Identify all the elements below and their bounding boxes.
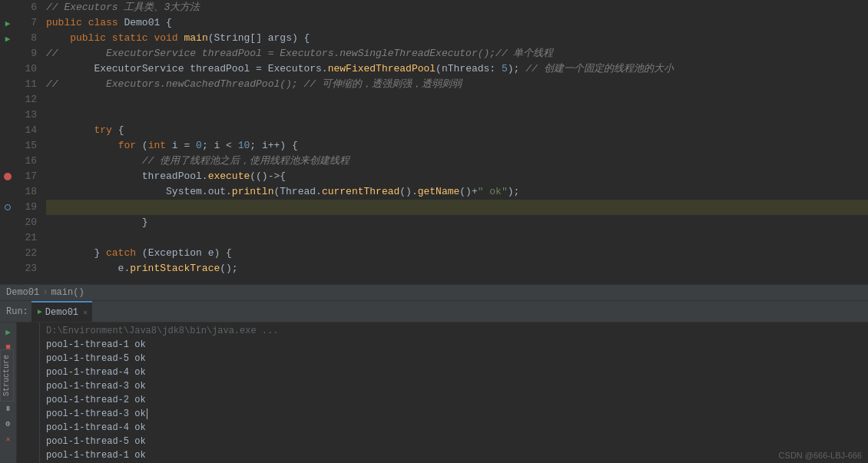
code-line-14: try { — [46, 123, 868, 138]
line-num-18: 18 — [18, 184, 37, 200]
code-line-17: threadPool.execute(()->{ — [46, 169, 868, 184]
breadcrumb-item-1[interactable]: main() — [51, 287, 84, 298]
line-num-10: 10 — [18, 61, 37, 77]
gutter-cell-20 — [0, 215, 15, 230]
gutter-cell-19 — [0, 200, 15, 215]
run-output-gutter — [17, 322, 40, 463]
run-output-area: D:\Environment\Java8\jdk8\bin\java.exe .… — [17, 322, 868, 463]
run-button[interactable]: ▶ — [2, 326, 15, 338]
output-line-2: pool-1-thread-4 ok — [46, 365, 862, 379]
code-line-15: for (int i = 0; i < 10; i++) { — [46, 138, 868, 154]
line-num-11: 11 — [18, 77, 37, 92]
gutter-cell-7: ▶ — [0, 15, 15, 31]
gutter-cell-9 — [0, 46, 15, 61]
breadcrumb-sep: › — [42, 287, 48, 298]
code-line-10: ExecutorService threadPool = Executors.n… — [46, 61, 868, 77]
code-line-8: public static void main(String[] args) { — [46, 31, 868, 46]
gutter-cell-6 — [0, 0, 15, 15]
gutter-cell-15 — [0, 138, 15, 154]
run-output-content: D:\Environment\Java8\jdk8\bin\java.exe .… — [40, 322, 868, 463]
code-line-19 — [46, 200, 868, 215]
line-num-21: 21 — [18, 230, 37, 246]
gutter-cell-14 — [0, 123, 15, 138]
line-num-7: 7 — [18, 15, 37, 31]
code-line-6: // Executors 工具类、3大方法 — [46, 0, 868, 15]
code-line-9: // ExecutorService threadPool = Executor… — [46, 46, 868, 61]
editor-area: ▶▶ 67891011121314151617181920212223 // E… — [0, 0, 868, 284]
code-line-18: System.out.println(Thread.currentThread(… — [46, 184, 868, 200]
run-panel: Run:► Demo01✕ ▶ ■ ↺ ↑ ↓ ⏸ ⚙ ✕ D:\Environ… — [0, 301, 868, 463]
code-line-13 — [46, 107, 868, 123]
line-num-9: 9 — [18, 46, 37, 61]
output-line-6: pool-1-thread-4 ok — [46, 421, 862, 435]
gutter-cell-21 — [0, 230, 15, 246]
output-line-0: pool-1-thread-1 ok — [46, 338, 862, 352]
gutter-cell-11 — [0, 77, 15, 92]
output-line-7: pool-1-thread-5 ok — [46, 435, 862, 448]
gutter-cell-13 — [0, 107, 15, 123]
clear-button[interactable]: ✕ — [2, 433, 15, 445]
run-tab-close[interactable]: ✕ — [81, 308, 89, 317]
breadcrumb-item-0[interactable]: Demo01 — [6, 287, 39, 298]
output-line-1: pool-1-thread-5 ok — [46, 352, 862, 365]
gutter-cell-17 — [0, 169, 15, 184]
code-line-21 — [46, 230, 868, 246]
line-num-20: 20 — [18, 215, 37, 230]
line-num-13: 13 — [18, 107, 37, 123]
code-line-20: } — [46, 215, 868, 230]
cursor — [147, 408, 147, 419]
output-line-4: pool-1-thread-2 ok — [46, 393, 862, 407]
line-num-22: 22 — [18, 246, 37, 261]
run-tabs: Run:► Demo01✕ — [0, 301, 868, 322]
gutter-cell-8: ▶ — [0, 31, 15, 46]
breadcrumb: Demo01 › main() — [0, 284, 868, 301]
gutter-cell-18 — [0, 184, 15, 200]
gutter-cell-10 — [0, 61, 15, 77]
output-line-8: pool-1-thread-1 ok — [46, 448, 862, 462]
line-num-12: 12 — [18, 92, 37, 107]
line-num-6: 6 — [18, 0, 37, 15]
gutter-cell-12 — [0, 92, 15, 107]
gutter-cell-22 — [0, 246, 15, 261]
output-line-5: pool-1-thread-3 ok — [46, 407, 862, 421]
settings-button[interactable]: ⚙ — [2, 418, 15, 430]
output-exec-line: D:\Environment\Java8\jdk8\bin\java.exe .… — [46, 324, 862, 338]
code-content[interactable]: // Executors 工具类、3大方法public class Demo01… — [43, 0, 868, 284]
line-num-8: 8 — [18, 31, 37, 46]
structure-tab[interactable]: Structure — [0, 349, 14, 402]
pause-button[interactable]: ⏸ — [2, 402, 15, 415]
line-num-17: 17 — [18, 169, 37, 184]
run-tab-label: Run: — [0, 301, 31, 322]
code-line-7: public class Demo01 { — [46, 15, 868, 31]
line-num-23: 23 — [18, 261, 37, 276]
code-line-12 — [46, 92, 868, 107]
code-line-16: // 使用了线程池之后，使用线程池来创建线程 — [46, 154, 868, 169]
code-container: ▶▶ 67891011121314151617181920212223 // E… — [0, 0, 868, 284]
run-tab-demo01[interactable]: ► Demo01✕ — [31, 301, 92, 322]
code-line-22: } catch (Exception e) { — [46, 246, 868, 261]
output-line-3: pool-1-thread-3 ok — [46, 379, 862, 393]
line-num-14: 14 — [18, 123, 37, 138]
gutter-icons: ▶▶ — [0, 0, 15, 284]
line-num-15: 15 — [18, 138, 37, 154]
line-num-19: 19 — [18, 200, 37, 215]
run-body: ▶ ■ ↺ ↑ ↓ ⏸ ⚙ ✕ D:\Environment\Java8\jdk… — [0, 322, 868, 463]
gutter-cell-23 — [0, 261, 15, 276]
watermark: CSDN @666-LBJ-666 — [779, 451, 862, 460]
line-num-16: 16 — [18, 154, 37, 169]
code-line-23: e.printStackTrace(); — [46, 261, 868, 276]
gutter-cell-16 — [0, 154, 15, 169]
code-line-11: // Executors.newCachedThreadPool(); // 可… — [46, 77, 868, 92]
line-numbers: 67891011121314151617181920212223 — [15, 0, 43, 284]
